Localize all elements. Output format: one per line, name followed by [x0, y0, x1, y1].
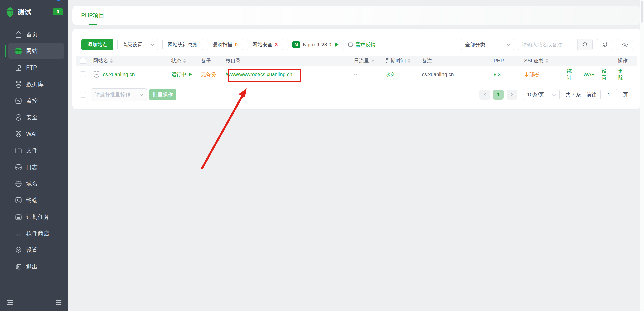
sidebar-item-label: 数据库: [26, 80, 44, 88]
feedback-label: 需求反馈: [355, 41, 376, 48]
main-area: PHP项目 添加站点 高级设置 网站统计总览 漏洞扫描 0 网站安全 3 N N…: [68, 0, 644, 311]
search-input[interactable]: [518, 39, 577, 50]
feedback-link[interactable]: 需求反馈: [348, 41, 376, 48]
sidebar-item-appstore[interactable]: 软件商店: [8, 225, 64, 242]
prev-page-button[interactable]: [479, 90, 490, 100]
batch-apply-button[interactable]: 批量操作: [149, 89, 176, 100]
tab-strip: PHP项目: [72, 6, 640, 25]
svg-text:WAF: WAF: [95, 73, 98, 75]
home-icon: [14, 30, 22, 38]
ftp-icon: [14, 64, 22, 72]
header-backup: 备份: [201, 57, 226, 64]
vuln-scan-button[interactable]: 漏洞扫描 0: [207, 39, 243, 50]
divider: [598, 72, 598, 77]
globe-www-icon: [14, 180, 22, 188]
action-waf-link[interactable]: WAF: [583, 72, 594, 77]
expire-value-link[interactable]: 永久: [386, 72, 396, 77]
sidebar-item-monitor[interactable]: 监控: [8, 92, 64, 109]
backup-status-link[interactable]: 无备份: [201, 72, 216, 77]
sidebar-item-terminal[interactable]: 终端: [8, 192, 64, 209]
category-select[interactable]: 全部分类: [461, 39, 514, 50]
message-count-badge[interactable]: 0: [53, 8, 63, 15]
sidebar-item-label: 安全: [26, 114, 38, 121]
sidebar-item-logout[interactable]: 退出: [8, 258, 64, 275]
sidebar: 测试 0 首页 网站 FTP 数据库 监控: [0, 0, 68, 311]
header-actions: 操作: [567, 57, 637, 64]
sidebar-item-label: 首页: [26, 31, 38, 38]
sidebar-item-logs[interactable]: 日志: [8, 159, 64, 175]
sidebar-item-settings[interactable]: 设置: [8, 242, 64, 258]
feedback-icon: [348, 42, 354, 48]
waf-shield-icon: [14, 130, 22, 138]
sidebar-item-ftp[interactable]: FTP: [8, 59, 64, 76]
sidebar-item-security[interactable]: 安全: [8, 109, 64, 126]
current-page-button[interactable]: 1: [493, 90, 504, 100]
page-scrollbar: [640, 0, 644, 311]
play-icon: [335, 42, 339, 47]
select-all-checkbox[interactable]: [80, 58, 86, 64]
batch-select-placeholder: 请选择批量操作: [95, 91, 130, 98]
shield-check-icon: [14, 113, 22, 121]
goto-page-input[interactable]: [600, 89, 617, 100]
logs-icon: [14, 163, 22, 171]
footer-select-all-checkbox[interactable]: [80, 92, 86, 98]
sidebar-item-home[interactable]: 首页: [8, 26, 64, 43]
traffic-value: --: [354, 72, 357, 77]
header-status[interactable]: 状态: [171, 57, 201, 64]
chevron-down-icon: [552, 92, 556, 96]
sidebar-item-label: 网站: [26, 47, 38, 55]
logout-door-icon: [14, 263, 22, 271]
webserver-version-label: Nginx 1.28.0: [303, 42, 331, 48]
header-expire[interactable]: 到期时间: [386, 57, 422, 64]
sidebar-item-label: WAF: [26, 131, 39, 137]
sidebar-item-label: 日志: [26, 163, 38, 171]
page-size-value: 10条/页: [527, 91, 544, 98]
site-domain-link[interactable]: cs.xuanling.cn: [103, 72, 135, 77]
site-status-link[interactable]: 运行中: [171, 71, 186, 78]
site-stats-overview-button[interactable]: 网站统计总览: [162, 39, 203, 50]
sidebar-item-database[interactable]: 数据库: [8, 76, 64, 92]
menu-list-icon[interactable]: [55, 299, 62, 307]
site-search: [518, 39, 593, 50]
search-button[interactable]: [577, 39, 592, 50]
sidebar-item-label: 退出: [26, 263, 38, 271]
action-settings-link[interactable]: 设置: [602, 68, 611, 81]
tab-php-projects[interactable]: PHP项目: [81, 6, 104, 25]
header-root-dir: 根目录: [226, 57, 354, 64]
tab-active-underline: [89, 24, 97, 25]
action-stats-link[interactable]: 统计: [567, 68, 576, 81]
sidebar-item-files[interactable]: 文件: [8, 142, 64, 159]
page-size-select[interactable]: 10条/页: [523, 89, 560, 100]
table-header-row: 网站名 状态 备份 根目录 日流量 到期时间 备注 PHP: [76, 56, 637, 66]
sort-icon: [110, 59, 113, 63]
advanced-settings-button[interactable]: 高级设置: [117, 39, 158, 50]
chevron-down-icon: [507, 42, 511, 46]
panel-title: 测试: [18, 8, 32, 17]
header-traffic[interactable]: 日流量: [354, 57, 386, 64]
table-settings-button[interactable]: [617, 39, 633, 50]
advanced-dropdown-toggle[interactable]: [147, 39, 158, 50]
sidebar-item-domain[interactable]: 域名: [8, 175, 64, 192]
ssl-status-link[interactable]: 未部署: [524, 72, 539, 77]
header-ssl[interactable]: SSL证书: [524, 57, 567, 64]
page-unit-label: 页: [623, 91, 628, 98]
header-note: 备注: [422, 57, 494, 64]
tab-label: PHP项目: [81, 12, 104, 19]
site-security-button[interactable]: 网站安全 3: [247, 39, 283, 50]
webserver-button[interactable]: N Nginx 1.28.0: [287, 39, 344, 50]
add-site-button[interactable]: 添加站点: [81, 39, 113, 50]
batch-action-select[interactable]: 请选择批量操作: [91, 88, 147, 101]
php-version-link[interactable]: 8.3: [494, 72, 501, 77]
sidebar-item-cron[interactable]: 计划任务: [8, 209, 64, 225]
note-value[interactable]: cs.xuanling.cn: [422, 72, 454, 77]
header-site-name[interactable]: 网站名: [93, 57, 171, 64]
site-security-label: 网站安全: [252, 41, 272, 48]
sidebar-item-website[interactable]: 网站: [8, 43, 64, 59]
collapse-sidebar-icon[interactable]: [6, 299, 14, 307]
scrollbar-thumb[interactable]: [641, 1, 643, 23]
row-checkbox[interactable]: [80, 71, 86, 77]
action-delete-link[interactable]: 删除: [618, 68, 628, 81]
next-page-button[interactable]: [507, 90, 517, 100]
refresh-button[interactable]: [597, 39, 613, 50]
sidebar-item-waf[interactable]: WAF: [8, 126, 64, 142]
